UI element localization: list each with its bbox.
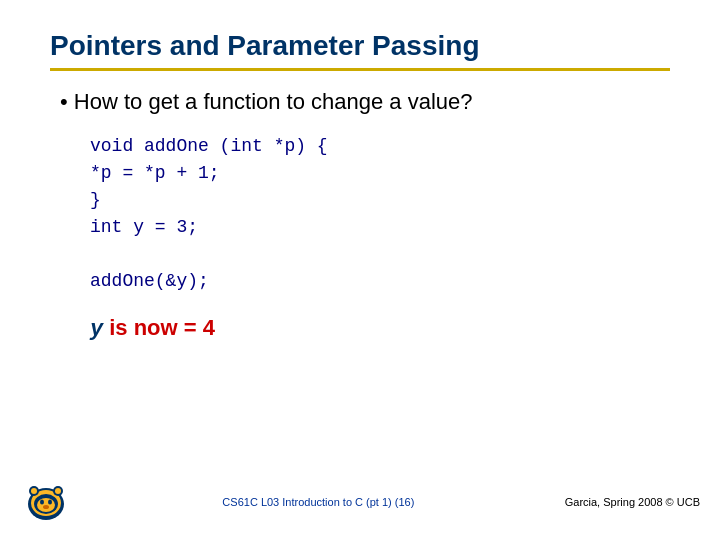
code-block: void addOne (int *p) { *p = *p + 1; } in…: [90, 133, 670, 295]
slide: Pointers and Parameter Passing • How to …: [0, 0, 720, 540]
cal-logo-svg: [20, 476, 72, 528]
slide-title: Pointers and Parameter Passing: [50, 30, 670, 62]
code-line-6: addOne(&y);: [90, 268, 670, 295]
code-line-4: int y = 3;: [90, 214, 670, 241]
svg-point-5: [31, 488, 37, 494]
code-line-5: [90, 241, 670, 268]
code-line-1: void addOne (int *p) {: [90, 133, 670, 160]
title-container: Pointers and Parameter Passing: [50, 30, 670, 71]
code-line-3: }: [90, 187, 670, 214]
result-line: y is now = 4: [90, 315, 670, 342]
svg-point-6: [55, 488, 61, 494]
svg-point-9: [48, 500, 52, 505]
footer-credit: Garcia, Spring 2008 © UCB: [565, 496, 700, 508]
footer: CS61C L03 Introduction to C (pt 1) (16) …: [0, 476, 720, 528]
bullet-text: How to get a function to change a value?: [74, 89, 473, 114]
svg-point-10: [43, 505, 49, 509]
svg-point-8: [40, 500, 44, 505]
footer-course: CS61C L03 Introduction to C (pt 1) (16): [222, 496, 414, 508]
cal-logo: [20, 476, 72, 528]
code-line-2: *p = *p + 1;: [90, 160, 670, 187]
bullet-point: • How to get a function to change a valu…: [60, 89, 670, 115]
result-var: y: [90, 317, 103, 342]
result-text: is now = 4: [109, 315, 215, 341]
